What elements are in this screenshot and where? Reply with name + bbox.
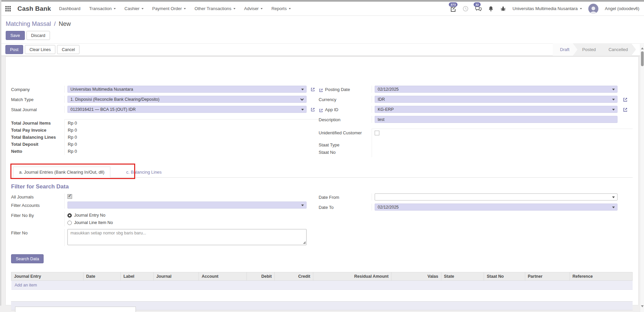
col-partner[interactable]: Partner xyxy=(525,272,570,281)
external-link-icon[interactable] xyxy=(623,107,628,113)
all-journals-label: All Journals xyxy=(11,193,64,199)
col-residual-amount[interactable]: Residual Amount xyxy=(313,272,391,281)
col-journal[interactable]: Journal xyxy=(154,272,199,281)
activity-clock-icon[interactable] xyxy=(463,6,469,12)
menu-dashboard[interactable]: Dashboard xyxy=(59,6,80,11)
chevron-down-icon xyxy=(289,8,291,10)
filter-no-by-label: Filter No By xyxy=(11,212,64,218)
internal-link-icon[interactable] xyxy=(319,108,323,113)
menu-other-transactions[interactable]: Other Transactions xyxy=(195,6,235,11)
total-row: Netto Rp 0 xyxy=(11,148,319,155)
filter-left-column: All Journals Filter Accounts Filter No B… xyxy=(11,193,319,246)
tab-balancing-lines[interactable]: c. Balancing Lines xyxy=(120,167,167,177)
chat-messages-icon[interactable]: 32 xyxy=(475,6,482,12)
clear-lines-button[interactable]: Clear Lines xyxy=(25,45,55,54)
journal-entry-no-radio[interactable] xyxy=(67,213,72,218)
unidentified-customer-checkbox[interactable] xyxy=(375,131,379,135)
col-reference[interactable]: Reference xyxy=(570,272,632,281)
state-draft: Draft xyxy=(553,43,578,56)
total-row: Total Pay Invoice Rp 0 xyxy=(11,127,319,134)
col-label[interactable]: Label xyxy=(120,272,153,281)
chat-badge: 32 xyxy=(474,2,481,7)
all-journals-checkbox[interactable] xyxy=(67,194,72,199)
breadcrumb: Matching Massal / New xyxy=(0,16,644,28)
col-valas[interactable]: Valas xyxy=(391,272,441,281)
posting-date-field[interactable]: 02/12/2025 xyxy=(375,86,618,93)
cancel-button[interactable]: Cancel xyxy=(57,45,79,54)
compose-messages-icon[interactable]: 373 xyxy=(450,6,456,12)
vertical-scrollbar[interactable] xyxy=(640,44,644,312)
form-right-column: Posting Date 02/12/2025 Currency IDR xyxy=(319,86,633,157)
total-deposit-value: Rp 0 xyxy=(64,141,319,148)
user-menu[interactable]: Angel (odoodev6) xyxy=(605,6,639,11)
radio-option: Journal Entry No xyxy=(67,212,307,219)
clock-icon xyxy=(463,6,469,12)
app-id-field[interactable]: KG-ERP xyxy=(375,106,618,113)
post-button[interactable]: Post xyxy=(5,45,23,54)
scrollbar-down-arrow-icon[interactable] xyxy=(641,305,644,309)
table-header-row: Journal Entry Date Label Journal Account… xyxy=(11,272,633,281)
dropdown-caret-icon xyxy=(612,89,615,92)
chevron-down-icon xyxy=(114,8,116,10)
staat-no-label: Staat No xyxy=(319,150,336,155)
app-id-label: App ID xyxy=(325,107,338,112)
add-an-item-link[interactable]: Add an item xyxy=(11,281,633,290)
date-from-field[interactable] xyxy=(375,193,618,200)
currency-field[interactable]: IDR xyxy=(375,96,618,103)
breadcrumb-parent[interactable]: Matching Massal xyxy=(6,20,51,27)
app-title[interactable]: Cash Bank xyxy=(17,5,51,12)
col-state[interactable]: State xyxy=(441,272,484,281)
filter-accounts-field[interactable] xyxy=(67,202,307,209)
dropdown-caret-icon xyxy=(612,207,615,210)
total-balancing-lines-value: Rp 0 xyxy=(64,134,319,141)
col-staat-no[interactable]: Staat No xyxy=(484,272,525,281)
unidentified-customer-label: Unidentified Customer xyxy=(319,130,362,135)
menu-payment-order[interactable]: Payment Order xyxy=(152,6,186,11)
match-type-select[interactable]: 1. Disposisi (Reconcile Bank Clearing/De… xyxy=(67,96,307,103)
avatar[interactable] xyxy=(588,4,598,14)
chevron-down-icon xyxy=(261,8,263,10)
col-account[interactable]: Account xyxy=(199,272,247,281)
debug-bug-icon[interactable] xyxy=(500,6,506,12)
menu-reports[interactable]: Reports xyxy=(271,6,291,11)
scrollbar-thumb[interactable] xyxy=(641,51,644,66)
scrollbar-up-arrow-icon[interactable] xyxy=(641,46,644,49)
person-silhouette-icon xyxy=(589,6,598,14)
external-link-icon[interactable] xyxy=(310,87,315,92)
notifications-bell[interactable] xyxy=(488,6,494,12)
filter-no-label: Filter No xyxy=(11,229,64,235)
chevron-down-icon xyxy=(580,8,582,10)
col-journal-entry[interactable]: Journal Entry xyxy=(11,272,84,281)
total-journal-items-value: Rp 0 xyxy=(64,120,319,127)
discard-button[interactable]: Discard xyxy=(26,31,50,40)
col-debit[interactable]: Debit xyxy=(247,272,274,281)
state-widget: Draft Posted Cancelled xyxy=(553,43,636,56)
menu-transaction[interactable]: Transaction xyxy=(89,6,116,11)
date-from-label: Date From xyxy=(319,195,339,200)
description-field[interactable]: test xyxy=(375,116,618,123)
col-credit[interactable]: Credit xyxy=(275,272,313,281)
journal-line-item-no-radio[interactable] xyxy=(67,221,72,225)
company-switcher[interactable]: Universitas Multimedia Nusantara xyxy=(513,6,582,11)
company-field[interactable]: Universitas Multimedia Nusantara xyxy=(67,86,307,93)
apps-menu-icon[interactable] xyxy=(5,6,11,11)
resize-handle[interactable] xyxy=(303,241,306,244)
search-data-button[interactable]: Search Data xyxy=(11,254,44,263)
external-link-icon[interactable] xyxy=(623,97,628,102)
date-to-field[interactable]: 02/12/2025 xyxy=(375,204,618,211)
col-date[interactable]: Date xyxy=(83,272,120,281)
internal-link-icon[interactable] xyxy=(319,88,323,93)
state-cancelled: Cancelled xyxy=(598,43,636,56)
filter-section-heading: Filter for Search Data xyxy=(11,183,633,190)
content-area: Company Universitas Multimedia Nusantara… xyxy=(0,56,644,312)
filter-no-textarea[interactable] xyxy=(67,229,307,245)
dropdown-caret-icon xyxy=(301,205,304,208)
external-link-icon[interactable] xyxy=(310,107,315,112)
company-label: Company xyxy=(11,86,64,92)
staat-type-label: Staat Type xyxy=(319,142,339,147)
save-button[interactable]: Save xyxy=(6,31,25,40)
menu-adviser[interactable]: Adviser xyxy=(244,6,263,11)
tab-journal-entries[interactable]: a. Journal Entries (Bank Clearing In/Out… xyxy=(13,167,110,178)
staat-journal-field[interactable]: 0123016421 — BCA 15 (OUT) IDR xyxy=(67,106,307,113)
menu-cashier[interactable]: Cashier xyxy=(124,6,144,11)
